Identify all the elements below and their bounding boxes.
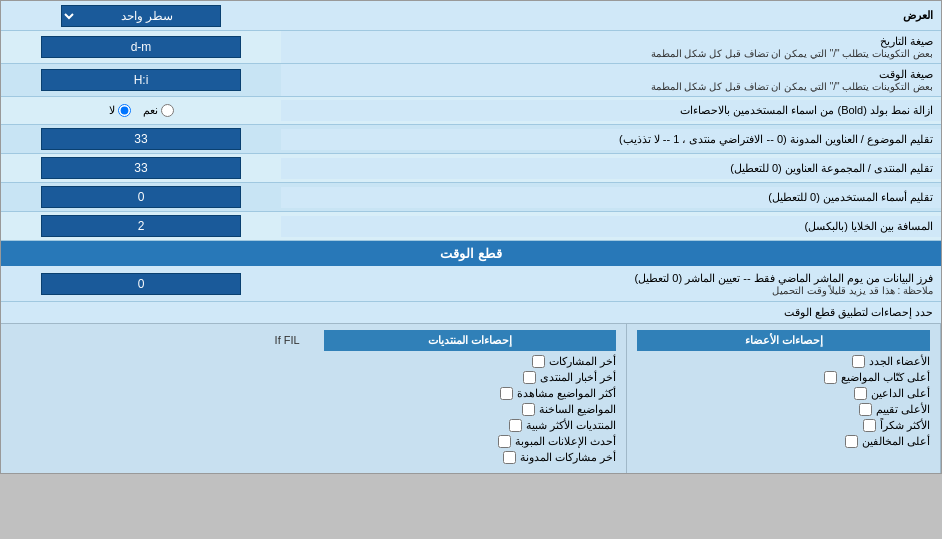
cb-blog-posts[interactable]: أخر مشاركات المدونة: [324, 451, 617, 464]
forum-addresses-label: تقليم المنتدى / المجموعة العناوين (0 للت…: [281, 158, 941, 179]
time-cut-input[interactable]: [41, 273, 241, 295]
topics-count-input[interactable]: [41, 128, 241, 150]
forum-addresses-input[interactable]: [41, 157, 241, 179]
bold-remove-row: ازالة نمط بولد (Bold) من اسماء المستخدمي…: [1, 97, 941, 125]
usernames-trim-row: تقليم أسماء المستخدمين (0 للتعطيل): [1, 183, 941, 212]
time-cut-label: فرز البيانات من يوم الماشر الماضي فقط --…: [281, 268, 941, 300]
bold-remove-radio-group: نعم لا: [109, 104, 174, 117]
main-container: العرض سطر واحد صيغة التاريخ بعض التكوينا…: [0, 0, 942, 474]
header-dropdown-cell[interactable]: سطر واحد: [1, 2, 281, 30]
cb-last-posts-input[interactable]: [532, 355, 545, 368]
topics-count-input-cell[interactable]: [1, 125, 281, 153]
cb-most-thanked-input[interactable]: [863, 419, 876, 432]
time-cut-section-header: قطع الوقت: [1, 241, 941, 266]
cb-top-violators-input[interactable]: [845, 435, 858, 448]
cell-spacing-input[interactable]: [41, 215, 241, 237]
usernames-trim-input-cell[interactable]: [1, 183, 281, 211]
date-format-input[interactable]: [41, 36, 241, 58]
cb-top-inviters-input[interactable]: [854, 387, 867, 400]
bold-remove-label: ازالة نمط بولد (Bold) من اسماء المستخدمي…: [281, 100, 941, 121]
cb-top-rated[interactable]: الأعلى تقييم: [637, 403, 930, 416]
date-format-input-cell[interactable]: [1, 33, 281, 61]
cb-last-news-input[interactable]: [523, 371, 536, 384]
time-cut-row: فرز البيانات من يوم الماشر الماضي فقط --…: [1, 266, 941, 302]
forum-addresses-row: تقليم المنتدى / المجموعة العناوين (0 للت…: [1, 154, 941, 183]
forum-addresses-input-cell[interactable]: [1, 154, 281, 182]
header-label: العرض: [281, 5, 941, 26]
cb-new-members-input[interactable]: [852, 355, 865, 368]
usernames-trim-label: تقليم أسماء المستخدمين (0 للتعطيل): [281, 187, 941, 208]
cb-blog-posts-input[interactable]: [503, 451, 516, 464]
cb-most-thanked[interactable]: الأكثر شكراً: [637, 419, 930, 432]
time-cut-input-cell[interactable]: [1, 270, 281, 298]
radio-no-label[interactable]: لا: [109, 104, 131, 117]
cb-top-violators[interactable]: أعلى المخالفين: [637, 435, 930, 448]
limit-label: حدد إحصاءات لتطبيق قطع الوقت: [9, 306, 933, 319]
time-format-input[interactable]: [41, 69, 241, 91]
cb-most-similar-input[interactable]: [509, 419, 522, 432]
cb-new-members[interactable]: الأعضاء الجدد: [637, 355, 930, 368]
header-dropdown[interactable]: سطر واحد: [61, 5, 221, 27]
time-format-label: صيغة الوقت بعض التكوينات يتطلب "/" التي …: [281, 64, 941, 96]
if-fil-text: If FIL: [11, 330, 304, 350]
cb-latest-ads-input[interactable]: [498, 435, 511, 448]
cell-spacing-input-cell[interactable]: [1, 212, 281, 240]
cb-top-writers-input[interactable]: [824, 371, 837, 384]
radio-yes-label[interactable]: نعم: [143, 104, 174, 117]
cb-last-news[interactable]: أخر أخبار المنتدى: [324, 371, 617, 384]
cb-top-rated-input[interactable]: [859, 403, 872, 416]
bold-remove-radio-cell[interactable]: نعم لا: [1, 101, 281, 120]
cb-hot-topics-input[interactable]: [522, 403, 535, 416]
checkbox-col-forums: إحصاءات المنتديات أخر المشاركات أخر أخبا…: [314, 324, 628, 473]
cb-hot-topics[interactable]: المواضيع الساخنة: [324, 403, 617, 416]
radio-yes[interactable]: [161, 104, 174, 117]
cb-most-viewed-input[interactable]: [500, 387, 513, 400]
cell-spacing-label: المسافة بين الخلايا (بالبكسل): [281, 216, 941, 237]
checkbox-col-empty: If FIL: [1, 324, 314, 473]
cell-spacing-row: المسافة بين الخلايا (بالبكسل): [1, 212, 941, 241]
cb-last-posts[interactable]: أخر المشاركات: [324, 355, 617, 368]
limit-row: حدد إحصاءات لتطبيق قطع الوقت: [1, 302, 941, 323]
cb-most-viewed[interactable]: أكثر المواضيع مشاهدة: [324, 387, 617, 400]
topics-count-label: تقليم الموضوع / العناوين المدونة (0 -- ا…: [281, 129, 941, 150]
cb-top-writers[interactable]: أعلى كتّاب المواضيع: [637, 371, 930, 384]
cb-top-inviters[interactable]: أعلى الداعين: [637, 387, 930, 400]
usernames-trim-input[interactable]: [41, 186, 241, 208]
checkboxes-container: إحصاءات الأعضاء الأعضاء الجدد أعلى كتّاب…: [1, 323, 941, 473]
date-format-row: صيغة التاريخ بعض التكوينات يتطلب "/" الت…: [1, 31, 941, 64]
time-format-row: صيغة الوقت بعض التكوينات يتطلب "/" التي …: [1, 64, 941, 97]
date-format-label: صيغة التاريخ بعض التكوينات يتطلب "/" الت…: [281, 31, 941, 63]
time-format-input-cell[interactable]: [1, 66, 281, 94]
header-row: العرض سطر واحد: [1, 1, 941, 31]
checkbox-col-members: إحصاءات الأعضاء الأعضاء الجدد أعلى كتّاب…: [627, 324, 941, 473]
topics-count-row: تقليم الموضوع / العناوين المدونة (0 -- ا…: [1, 125, 941, 154]
cb-most-similar[interactable]: المنتديات الأكثر شبية: [324, 419, 617, 432]
members-col-header: إحصاءات الأعضاء: [637, 330, 930, 351]
radio-no[interactable]: [118, 104, 131, 117]
forums-col-header: إحصاءات المنتديات: [324, 330, 617, 351]
cb-latest-ads[interactable]: أحدث الإعلانات المبوبة: [324, 435, 617, 448]
